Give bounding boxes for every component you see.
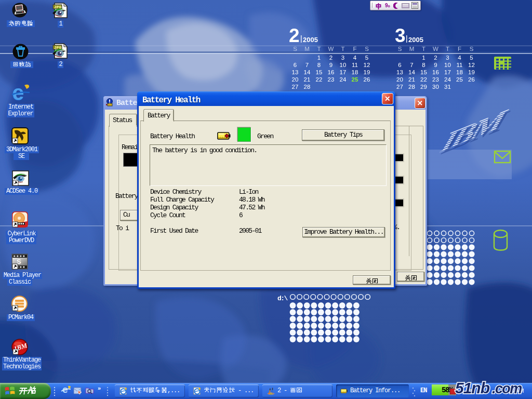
- svg-text:9: 9: [329, 62, 332, 68]
- svg-text:16: 16: [328, 69, 335, 75]
- svg-text:27: 27: [396, 84, 403, 90]
- svg-text:S: S: [398, 46, 402, 52]
- svg-text:S: S: [365, 46, 369, 52]
- svg-text:22: 22: [316, 76, 323, 83]
- svg-text:16: 16: [432, 69, 439, 75]
- svg-text:10: 10: [444, 62, 451, 68]
- svg-text:T: T: [317, 46, 321, 52]
- svg-text:17: 17: [340, 69, 347, 75]
- svg-text:26: 26: [468, 76, 475, 83]
- svg-text:19: 19: [364, 69, 370, 75]
- svg-text:11: 11: [457, 62, 463, 68]
- svg-text:30: 30: [432, 84, 439, 90]
- svg-text:51nb: 51nb: [455, 380, 490, 396]
- svg-text:18: 18: [352, 69, 358, 75]
- svg-text:12: 12: [468, 62, 475, 68]
- svg-text:5: 5: [470, 55, 473, 61]
- svg-text:F: F: [353, 46, 356, 52]
- svg-text:29: 29: [420, 84, 427, 90]
- svg-text:9: 9: [434, 62, 437, 68]
- svg-text:T: T: [446, 46, 449, 52]
- svg-text:4: 4: [353, 55, 357, 61]
- svg-text:S: S: [470, 46, 474, 52]
- svg-text:2005: 2005: [303, 36, 318, 44]
- svg-text:19: 19: [468, 69, 475, 75]
- svg-text:7: 7: [305, 62, 309, 68]
- svg-text:8: 8: [422, 62, 425, 68]
- svg-text:12: 12: [364, 62, 370, 68]
- svg-text:T: T: [422, 46, 425, 52]
- svg-text:M: M: [304, 46, 310, 52]
- svg-text:24: 24: [340, 76, 347, 83]
- svg-text:24: 24: [444, 76, 451, 83]
- svg-text:M: M: [409, 46, 415, 52]
- svg-text:15: 15: [420, 69, 427, 75]
- svg-text:11: 11: [352, 62, 358, 68]
- svg-text:25: 25: [456, 76, 463, 83]
- svg-text:15: 15: [316, 69, 323, 75]
- svg-text:14: 14: [408, 69, 415, 75]
- svg-text:6: 6: [294, 62, 297, 68]
- svg-text:T: T: [341, 46, 344, 52]
- svg-text:26: 26: [364, 76, 370, 83]
- svg-text:23: 23: [328, 76, 335, 83]
- svg-text:2: 2: [289, 25, 300, 46]
- svg-text:22: 22: [420, 76, 427, 83]
- svg-text:8: 8: [317, 62, 321, 68]
- svg-text:20: 20: [292, 76, 299, 83]
- svg-text:10: 10: [340, 62, 347, 68]
- svg-text:31: 31: [444, 84, 451, 90]
- svg-text:28: 28: [304, 84, 311, 90]
- svg-text:5: 5: [365, 55, 368, 61]
- svg-text:25: 25: [352, 76, 358, 83]
- svg-text:F: F: [458, 46, 461, 52]
- svg-text:4: 4: [458, 55, 461, 61]
- svg-text:3: 3: [446, 55, 449, 61]
- svg-text:W: W: [328, 46, 334, 52]
- svg-text:6: 6: [398, 62, 401, 68]
- svg-text:21: 21: [304, 76, 311, 83]
- svg-text:1: 1: [317, 55, 321, 61]
- svg-text:17: 17: [444, 69, 451, 75]
- svg-text:d:\: d:\: [277, 295, 288, 302]
- svg-text:3: 3: [341, 55, 344, 61]
- svg-text:18: 18: [456, 69, 463, 75]
- svg-text:7: 7: [410, 62, 413, 68]
- svg-text:13: 13: [396, 69, 403, 75]
- svg-text:28: 28: [408, 84, 415, 90]
- svg-text:2005: 2005: [408, 36, 423, 44]
- svg-text:14: 14: [304, 69, 311, 75]
- svg-text:2: 2: [434, 55, 437, 61]
- svg-text:27: 27: [292, 84, 299, 90]
- svg-text:20: 20: [396, 76, 403, 83]
- svg-text:W: W: [433, 46, 438, 52]
- svg-text:S: S: [293, 46, 297, 52]
- svg-text:1: 1: [422, 55, 425, 61]
- svg-text:3: 3: [395, 25, 406, 46]
- svg-text:23: 23: [432, 76, 439, 83]
- svg-text:2: 2: [329, 55, 332, 61]
- svg-text:13: 13: [292, 69, 299, 75]
- svg-text:21: 21: [408, 76, 415, 83]
- svg-text:.com: .com: [492, 381, 522, 396]
